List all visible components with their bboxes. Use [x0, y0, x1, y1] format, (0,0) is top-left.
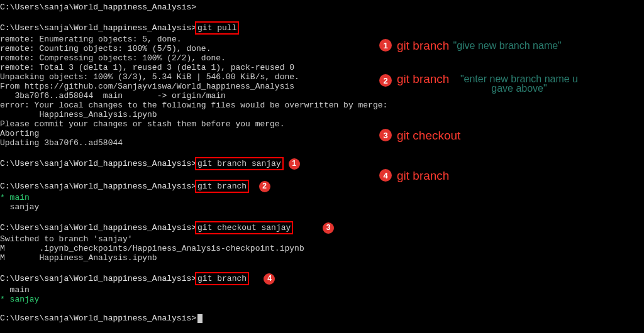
highlight-box-1: git branch sanjay	[195, 157, 284, 170]
output-line: Switched to branch 'sanjay'	[0, 234, 644, 244]
branch-current-sanjay: * sanjay	[0, 295, 644, 304]
blank-line	[0, 148, 644, 157]
highlight-box-4: git branch	[195, 272, 249, 285]
output-line: Please commit your changes or stash them…	[0, 119, 644, 129]
blank-line	[0, 170, 644, 180]
output-line: M .ipynb_checkpoints/Happiness_Analysis-…	[0, 244, 644, 253]
annotation-2: 2git branch"enter new branch name u gave…	[379, 74, 637, 93]
badge-4: 4	[264, 273, 275, 285]
cmd-git-pull: C:\Users\sanja\World_happiness_Analysis>…	[0, 21, 644, 35]
badge-4-legend: 4	[379, 169, 392, 182]
cursor-icon	[197, 314, 203, 323]
annotation-1: 1git branch"give new branch name"	[379, 39, 631, 52]
highlight-box-2: git branch	[195, 180, 249, 193]
badge-2: 2	[259, 181, 270, 192]
output-line: remote: Compressing objects: 100% (2/2),…	[0, 53, 644, 63]
blank-line	[0, 263, 644, 272]
badge-1: 1	[289, 158, 300, 170]
branch-other: main	[0, 285, 644, 295]
blank-line	[0, 212, 644, 221]
branch-other: sanjay	[0, 202, 644, 212]
prompt-active[interactable]: C:\Users\sanja\World_happiness_Analysis>	[0, 314, 644, 323]
prompt-line: C:\Users\sanja\World_happiness_Analysis>	[0, 3, 644, 12]
hint-text: "enter new branch name u gave above"	[453, 74, 585, 93]
output-line: remote: Total 3 (delta 1), reused 3 (del…	[0, 63, 644, 72]
cmd-git-branch-create: C:\Users\sanja\World_happiness_Analysis>…	[0, 157, 644, 170]
branch-current-main: * main	[0, 193, 644, 202]
output-line: error: Your local changes to the followi…	[0, 101, 644, 110]
cmd-git-checkout: C:\Users\sanja\World_happiness_Analysis>…	[0, 221, 644, 234]
blank-line	[0, 304, 644, 314]
cmd-git-branch-list-2: C:\Users\sanja\World_happiness_Analysis>…	[0, 272, 644, 285]
output-line: Aborting	[0, 129, 644, 138]
blank-line	[0, 12, 644, 21]
output-line: Updating 3ba70f6..ad58044	[0, 138, 644, 148]
annotation-3: 3git checkout	[379, 129, 460, 141]
badge-3-legend: 3	[379, 129, 392, 141]
highlight-box-3: git checkout sanjay	[195, 221, 293, 234]
output-line: M Happiness_Analysis.ipynb	[0, 253, 644, 263]
badge-2-legend: 2	[379, 74, 392, 87]
output-line: Happiness_Analysis.ipynb	[0, 110, 644, 119]
annotation-4: 4git branch	[379, 169, 449, 182]
badge-3: 3	[323, 222, 334, 234]
highlight-box-pull: git pull	[195, 21, 239, 35]
badge-1-legend: 1	[379, 39, 392, 52]
hint-text: "give new branch name"	[453, 41, 561, 50]
cmd-git-branch-list-1: C:\Users\sanja\World_happiness_Analysis>…	[0, 180, 644, 193]
